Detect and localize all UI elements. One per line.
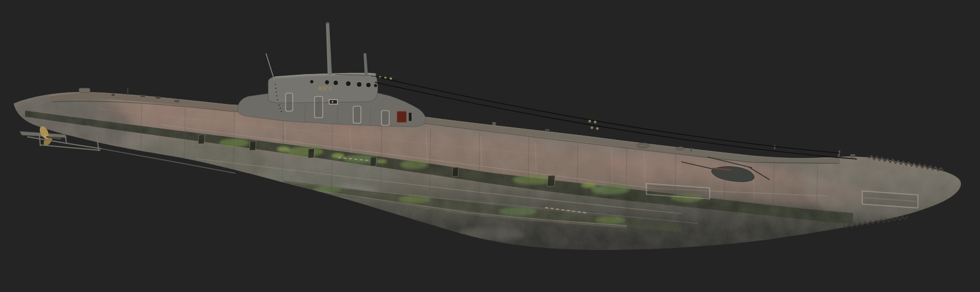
deck-bollard [156,96,160,99]
deck-post [127,88,129,95]
hull-marking-text: МЗГЛ [318,87,332,92]
panel [286,93,293,111]
deck-capstan [492,122,496,125]
porthole [346,81,351,87]
deck-pin [774,145,776,149]
viewport-3d[interactable]: МЗГЛ [0,0,980,292]
red-door [397,111,412,123]
deck-hatch-small [676,147,685,150]
name-plaque [329,100,337,104]
porthole [310,80,313,83]
porthole [333,80,338,85]
panel [353,106,361,123]
deck-hatch-box [79,88,90,93]
panel [314,96,323,118]
deck-pin [691,148,692,151]
porthole [325,80,329,84]
deck-hatch-fore [637,143,650,148]
deck-bollard [112,94,114,96]
door-slot [409,113,412,121]
submarine-render: МЗГЛ [0,0,980,292]
insulator [390,77,392,80]
periscope-head [326,22,329,23]
deck-cleat [545,129,549,131]
deck-bollard [141,95,145,97]
deck-vent [174,100,179,102]
porthole [374,84,378,88]
porthole [356,82,362,87]
panel [382,111,389,125]
stern-plane-mechanism [77,125,91,133]
porthole [366,82,371,87]
